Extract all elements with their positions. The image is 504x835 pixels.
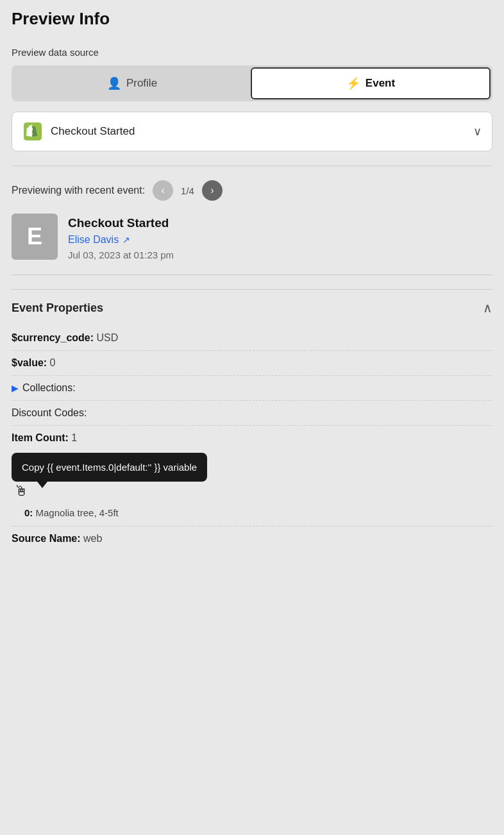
collections-label: Collections: [22, 382, 76, 394]
page-title: Preview Info [12, 9, 492, 29]
items-indent: 0: Magnolia tree, 4-5ft [12, 500, 492, 521]
source-name-key: Source Name: [12, 533, 81, 544]
checkout-dropdown-btn[interactable]: Checkout Started ∨ [12, 112, 492, 151]
event-btn-label: Event [365, 77, 395, 90]
currency-code-value: USD [97, 332, 119, 343]
avatar: E [12, 214, 58, 260]
profile-btn-label: Profile [126, 77, 157, 90]
bolt-icon: ⚡ [346, 76, 360, 90]
item-count-key: Item Count: [12, 432, 69, 443]
items-index: 0: [24, 507, 33, 518]
currency-code-key: $currency_code: [12, 332, 94, 343]
currency-code-row: $currency_code: USD [12, 326, 492, 351]
divider-2 [12, 274, 492, 275]
event-name: Checkout Started [68, 216, 174, 230]
chevron-up-icon: ∧ [483, 300, 492, 316]
item-count-value: 1 [71, 432, 77, 443]
item-count-row: Item Count: 1 [12, 426, 492, 450]
nav-left-icon: ‹ [161, 185, 164, 196]
page-counter: 1/4 [181, 185, 194, 196]
next-event-btn[interactable]: › [202, 180, 223, 201]
event-toggle-btn[interactable]: ⚡ Event [251, 67, 491, 99]
collections-arrow-icon: ▶ [12, 383, 19, 393]
items-value: Magnolia tree, 4-5ft [36, 507, 119, 518]
external-link-icon: ↗ [122, 235, 130, 245]
properties-title: Event Properties [12, 301, 103, 315]
source-name-value: web [83, 533, 102, 544]
item-sub-row-0: 0: Magnolia tree, 4-5ft [24, 505, 492, 521]
cursor-icon: 🖱 [14, 483, 492, 500]
discount-codes-row: Discount Codes: [12, 401, 492, 426]
event-card: E Checkout Started Elise Davis ↗ Jul 03,… [12, 214, 492, 260]
preview-data-source-label: Preview data source [12, 47, 492, 58]
value-key: $value: [12, 357, 47, 368]
prev-event-btn[interactable]: ‹ [153, 180, 173, 201]
page-container: Preview Info Preview data source 👤 Profi… [0, 0, 504, 560]
collections-row: ▶ Collections: [12, 376, 492, 401]
properties-header[interactable]: Event Properties ∧ [12, 289, 492, 326]
toggle-group: 👤 Profile ⚡ Event [12, 65, 492, 101]
discount-codes-label: Discount Codes: [12, 407, 87, 418]
tooltip-container: Copy {{ event.Items.0|default:'' }} vari… [12, 450, 492, 500]
source-name-row: Source Name: web [12, 526, 492, 551]
event-user-link[interactable]: Elise Davis ↗ [68, 234, 174, 246]
tooltip-text: Copy {{ event.Items.0|default:'' }} vari… [22, 462, 197, 473]
preview-header: Previewing with recent event: ‹ 1/4 › [12, 180, 492, 201]
divider-1 [12, 165, 492, 166]
tooltip-box: Copy {{ event.Items.0|default:'' }} vari… [12, 453, 207, 482]
shopify-icon [22, 121, 43, 142]
user-name: Elise Davis [68, 234, 119, 246]
previewing-label: Previewing with recent event: [12, 185, 145, 196]
value-value: 0 [50, 357, 56, 368]
checkout-dropdown-label: Checkout Started [51, 125, 135, 138]
chevron-down-icon: ∨ [473, 124, 482, 139]
person-icon: 👤 [107, 76, 121, 90]
profile-toggle-btn[interactable]: 👤 Profile [13, 67, 251, 99]
event-info: Checkout Started Elise Davis ↗ Jul 03, 2… [68, 214, 174, 260]
event-date: Jul 03, 2023 at 01:23 pm [68, 249, 174, 260]
nav-right-icon: › [210, 185, 214, 196]
value-row: $value: 0 [12, 351, 492, 376]
